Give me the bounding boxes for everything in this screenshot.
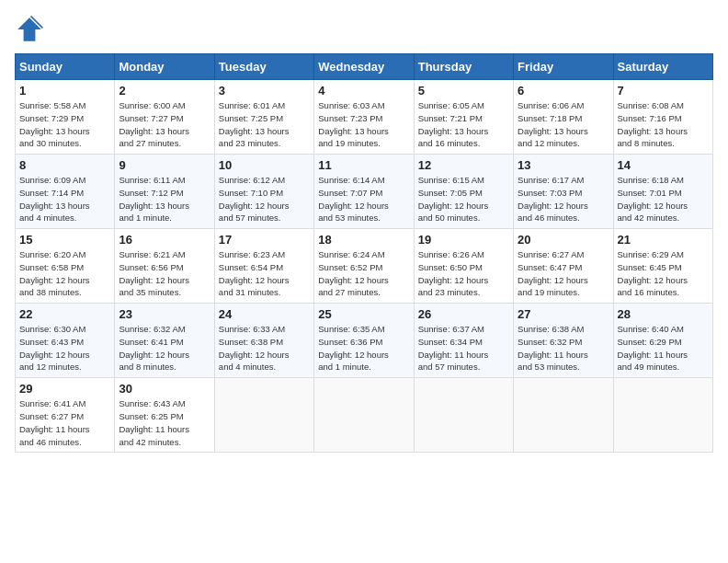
day-info: Sunrise: 6:21 AM Sunset: 6:56 PM Dayligh… <box>119 248 210 299</box>
day-info: Sunrise: 6:26 AM Sunset: 6:50 PM Dayligh… <box>418 248 509 299</box>
calendar-week-row: 1Sunrise: 5:58 AM Sunset: 7:29 PM Daylig… <box>16 80 713 155</box>
days-of-week-row: SundayMondayTuesdayWednesdayThursdayFrid… <box>16 54 713 80</box>
day-info: Sunrise: 6:40 AM Sunset: 6:29 PM Dayligh… <box>618 323 709 373</box>
day-number: 22 <box>19 307 110 321</box>
day-info: Sunrise: 6:23 AM Sunset: 6:54 PM Dayligh… <box>219 248 310 299</box>
header <box>15 15 713 44</box>
day-info: Sunrise: 6:37 AM Sunset: 6:34 PM Dayligh… <box>418 323 509 373</box>
calendar-day-cell <box>314 378 414 453</box>
day-number: 26 <box>418 307 509 321</box>
day-info: Sunrise: 6:38 AM Sunset: 6:32 PM Dayligh… <box>518 323 609 373</box>
calendar-day-cell: 25Sunrise: 6:35 AM Sunset: 6:36 PM Dayli… <box>314 304 414 378</box>
day-number: 6 <box>518 84 609 98</box>
day-number: 21 <box>618 233 709 247</box>
day-of-week-header: Saturday <box>613 54 712 80</box>
day-info: Sunrise: 6:03 AM Sunset: 7:23 PM Dayligh… <box>318 99 409 150</box>
calendar-day-cell <box>613 378 712 453</box>
calendar-day-cell: 26Sunrise: 6:37 AM Sunset: 6:34 PM Dayli… <box>414 304 513 378</box>
day-of-week-header: Thursday <box>414 54 513 80</box>
calendar-day-cell: 6Sunrise: 6:06 AM Sunset: 7:18 PM Daylig… <box>514 80 613 155</box>
day-info: Sunrise: 6:09 AM Sunset: 7:14 PM Dayligh… <box>19 174 110 224</box>
day-info: Sunrise: 6:01 AM Sunset: 7:25 PM Dayligh… <box>219 99 310 150</box>
day-number: 30 <box>119 382 210 396</box>
calendar-body: 1Sunrise: 5:58 AM Sunset: 7:29 PM Daylig… <box>16 80 713 453</box>
day-number: 24 <box>219 307 310 321</box>
calendar-day-cell: 27Sunrise: 6:38 AM Sunset: 6:32 PM Dayli… <box>514 304 613 378</box>
day-of-week-header: Sunday <box>16 54 115 80</box>
day-info: Sunrise: 5:58 AM Sunset: 7:29 PM Dayligh… <box>19 99 110 150</box>
calendar-day-cell: 23Sunrise: 6:32 AM Sunset: 6:41 PM Dayli… <box>115 304 214 378</box>
day-of-week-header: Friday <box>514 54 613 80</box>
day-info: Sunrise: 6:12 AM Sunset: 7:10 PM Dayligh… <box>219 174 310 224</box>
day-info: Sunrise: 6:29 AM Sunset: 6:45 PM Dayligh… <box>618 248 709 299</box>
calendar-day-cell: 7Sunrise: 6:08 AM Sunset: 7:16 PM Daylig… <box>613 80 712 155</box>
day-number: 2 <box>119 84 210 98</box>
day-info: Sunrise: 6:27 AM Sunset: 6:47 PM Dayligh… <box>518 248 609 299</box>
day-number: 5 <box>418 84 509 98</box>
day-number: 29 <box>19 382 110 396</box>
calendar-day-cell: 22Sunrise: 6:30 AM Sunset: 6:43 PM Dayli… <box>16 304 115 378</box>
day-of-week-header: Tuesday <box>214 54 313 80</box>
calendar-day-cell: 14Sunrise: 6:18 AM Sunset: 7:01 PM Dayli… <box>613 155 712 229</box>
day-number: 16 <box>119 233 210 247</box>
calendar-day-cell: 19Sunrise: 6:26 AM Sunset: 6:50 PM Dayli… <box>414 229 513 304</box>
day-number: 3 <box>219 84 310 98</box>
day-number: 18 <box>318 233 409 247</box>
day-number: 20 <box>518 233 609 247</box>
day-number: 27 <box>518 307 609 321</box>
calendar-day-cell: 24Sunrise: 6:33 AM Sunset: 6:38 PM Dayli… <box>214 304 313 378</box>
day-info: Sunrise: 6:20 AM Sunset: 6:58 PM Dayligh… <box>19 248 110 299</box>
day-info: Sunrise: 6:30 AM Sunset: 6:43 PM Dayligh… <box>19 323 110 373</box>
calendar-day-cell: 15Sunrise: 6:20 AM Sunset: 6:58 PM Dayli… <box>16 229 115 304</box>
day-info: Sunrise: 6:18 AM Sunset: 7:01 PM Dayligh… <box>618 174 709 224</box>
day-info: Sunrise: 6:43 AM Sunset: 6:25 PM Dayligh… <box>119 397 210 448</box>
calendar-day-cell: 8Sunrise: 6:09 AM Sunset: 7:14 PM Daylig… <box>16 155 115 229</box>
calendar-day-cell: 30Sunrise: 6:43 AM Sunset: 6:25 PM Dayli… <box>115 378 214 453</box>
calendar-day-cell: 2Sunrise: 6:00 AM Sunset: 7:27 PM Daylig… <box>115 80 214 155</box>
calendar-day-cell: 5Sunrise: 6:05 AM Sunset: 7:21 PM Daylig… <box>414 80 513 155</box>
day-number: 12 <box>418 158 509 172</box>
day-info: Sunrise: 6:14 AM Sunset: 7:07 PM Dayligh… <box>318 174 409 224</box>
day-info: Sunrise: 6:05 AM Sunset: 7:21 PM Dayligh… <box>418 99 509 150</box>
day-info: Sunrise: 6:35 AM Sunset: 6:36 PM Dayligh… <box>318 323 409 373</box>
calendar-week-row: 29Sunrise: 6:41 AM Sunset: 6:27 PM Dayli… <box>16 378 713 453</box>
day-number: 10 <box>219 158 310 172</box>
day-info: Sunrise: 6:00 AM Sunset: 7:27 PM Dayligh… <box>119 99 210 150</box>
day-number: 4 <box>318 84 409 98</box>
day-number: 15 <box>19 233 110 247</box>
day-info: Sunrise: 6:24 AM Sunset: 6:52 PM Dayligh… <box>318 248 409 299</box>
day-number: 13 <box>518 158 609 172</box>
calendar-day-cell <box>214 378 313 453</box>
calendar-day-cell: 13Sunrise: 6:17 AM Sunset: 7:03 PM Dayli… <box>514 155 613 229</box>
svg-marker-0 <box>17 17 41 41</box>
day-info: Sunrise: 6:32 AM Sunset: 6:41 PM Dayligh… <box>119 323 210 373</box>
calendar-day-cell: 17Sunrise: 6:23 AM Sunset: 6:54 PM Dayli… <box>214 229 313 304</box>
day-of-week-header: Wednesday <box>314 54 414 80</box>
day-number: 17 <box>219 233 310 247</box>
day-number: 19 <box>418 233 509 247</box>
day-number: 11 <box>318 158 409 172</box>
calendar-day-cell <box>514 378 613 453</box>
day-info: Sunrise: 6:17 AM Sunset: 7:03 PM Dayligh… <box>518 174 609 224</box>
calendar-day-cell <box>414 378 513 453</box>
calendar-day-cell: 29Sunrise: 6:41 AM Sunset: 6:27 PM Dayli… <box>16 378 115 453</box>
calendar-day-cell: 18Sunrise: 6:24 AM Sunset: 6:52 PM Dayli… <box>314 229 414 304</box>
page-container: SundayMondayTuesdayWednesdayThursdayFrid… <box>0 0 728 460</box>
calendar-day-cell: 3Sunrise: 6:01 AM Sunset: 7:25 PM Daylig… <box>214 80 313 155</box>
day-number: 14 <box>618 158 709 172</box>
day-info: Sunrise: 6:11 AM Sunset: 7:12 PM Dayligh… <box>119 174 210 224</box>
day-number: 25 <box>318 307 409 321</box>
logo <box>15 15 48 44</box>
day-number: 23 <box>119 307 210 321</box>
calendar-day-cell: 16Sunrise: 6:21 AM Sunset: 6:56 PM Dayli… <box>115 229 214 304</box>
calendar-day-cell: 4Sunrise: 6:03 AM Sunset: 7:23 PM Daylig… <box>314 80 414 155</box>
calendar-day-cell: 28Sunrise: 6:40 AM Sunset: 6:29 PM Dayli… <box>613 304 712 378</box>
calendar-day-cell: 12Sunrise: 6:15 AM Sunset: 7:05 PM Dayli… <box>414 155 513 229</box>
calendar-day-cell: 11Sunrise: 6:14 AM Sunset: 7:07 PM Dayli… <box>314 155 414 229</box>
calendar-week-row: 22Sunrise: 6:30 AM Sunset: 6:43 PM Dayli… <box>16 304 713 378</box>
logo-icon <box>15 15 44 44</box>
day-number: 7 <box>618 84 709 98</box>
day-info: Sunrise: 6:08 AM Sunset: 7:16 PM Dayligh… <box>618 99 709 150</box>
day-info: Sunrise: 6:06 AM Sunset: 7:18 PM Dayligh… <box>518 99 609 150</box>
calendar-day-cell: 10Sunrise: 6:12 AM Sunset: 7:10 PM Dayli… <box>214 155 313 229</box>
